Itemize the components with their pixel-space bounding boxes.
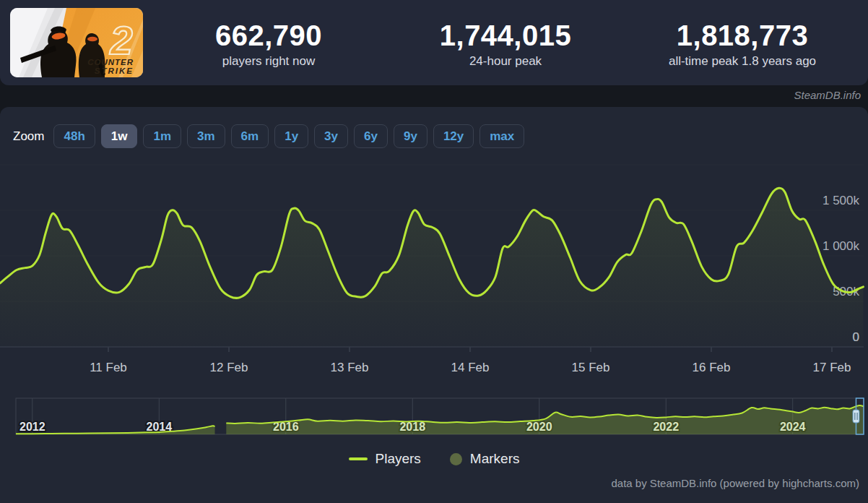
current-players-label: players right now [150, 54, 387, 69]
legend-label: Markers [470, 451, 520, 467]
steamdb-watermark: SteamDB.info [794, 89, 861, 101]
zoom-range-button-3m[interactable]: 3m [187, 124, 225, 148]
player-count-chart[interactable]: 0500k1 000k1 500k011 Feb12 Feb13 Feb14 F… [0, 107, 868, 503]
logo-wordmark-counter: COUNTER [87, 58, 134, 66]
cs2-logo-art: 2 COUNTER STRIKE [10, 8, 143, 77]
zoom-range-button-3y[interactable]: 3y [314, 124, 348, 148]
zoom-label: Zoom [13, 129, 44, 144]
zoom-range-toolbar: Zoom 48h1w1m3m6m1y3y6y9y12ymax [13, 124, 855, 148]
zoom-range-button-1w[interactable]: 1w [101, 124, 138, 148]
navigator-year-label-2012: 2012 [19, 421, 45, 433]
logo-wordmark-strike: STRIKE [95, 66, 134, 75]
player-stats: 662,790 players right now 1,744,015 24-h… [143, 19, 868, 69]
x-axis-label-11-Feb: 11 Feb [90, 361, 127, 374]
x-axis-label-17-Feb: 17 Feb [813, 361, 851, 374]
y-axis-label-1500: 1 500k [823, 194, 860, 207]
game-logo[interactable]: 2 COUNTER STRIKE [10, 8, 143, 77]
chart-legend: PlayersMarkers [0, 451, 868, 467]
chart-panel: 0500k1 000k1 500k011 Feb12 Feb13 Feb14 F… [0, 107, 868, 503]
alltime-peak-value: 1,818,773 [624, 19, 861, 52]
peak-24h-label: 24-hour peak [387, 54, 624, 69]
chart-credits: data by SteamDB.info (powered by highcha… [612, 477, 860, 489]
players-area-fill [0, 188, 863, 347]
markers-circle-swatch [450, 453, 462, 465]
zoom-range-button-1m[interactable]: 1m [143, 124, 181, 148]
alltime-peak-label: all-time peak 1.8 years ago [624, 54, 861, 69]
x-axis-label-12-Feb: 12 Feb [210, 361, 248, 374]
x-axis-label-16-Feb: 16 Feb [693, 361, 731, 374]
peak-24h-value: 1,744,015 [387, 19, 624, 52]
stat-24h-peak: 1,744,015 24-hour peak [387, 19, 624, 69]
zoom-range-button-max[interactable]: max [479, 124, 524, 148]
x-axis-label-13-Feb: 13 Feb [331, 361, 369, 374]
zoom-range-button-1y[interactable]: 1y [274, 124, 308, 148]
logo-numeral: 2 [109, 17, 132, 63]
legend-item-players[interactable]: Players [349, 451, 421, 467]
x-axis-label-14-Feb: 14 Feb [451, 361, 490, 374]
stat-current-players: 662,790 players right now [150, 19, 387, 69]
zoom-range-button-12y[interactable]: 12y [433, 124, 474, 148]
zoom-range-button-6y[interactable]: 6y [354, 124, 388, 148]
players-line-swatch [349, 457, 368, 460]
x-axis-label-15-Feb: 15 Feb [572, 361, 610, 374]
navigator[interactable]: 2012201420162018202020222024 [16, 398, 864, 434]
current-players-value: 662,790 [150, 19, 387, 52]
legend-item-markers[interactable]: Markers [450, 451, 520, 467]
y-axis-label-1000: 1 000k [823, 239, 860, 253]
navigator-handle[interactable] [853, 410, 859, 423]
navigator-handle-grip-body [853, 410, 859, 423]
navigator-area-segment-1 [226, 405, 864, 434]
stat-alltime-peak: 1,818,773 all-time peak 1.8 years ago [624, 19, 861, 69]
zoom-range-button-6m[interactable]: 6m [231, 124, 269, 148]
zoom-range-button-48h[interactable]: 48h [53, 124, 95, 148]
zoom-range-button-9y[interactable]: 9y [394, 124, 428, 148]
app-stats-header: 2 COUNTER STRIKE 662,790 players right n… [0, 0, 868, 85]
legend-label: Players [376, 451, 421, 467]
